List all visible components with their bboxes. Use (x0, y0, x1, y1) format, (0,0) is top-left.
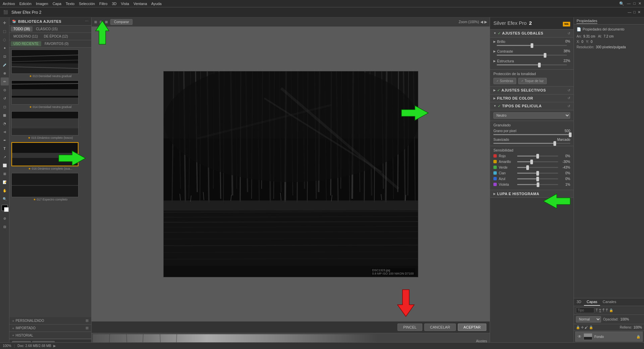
tab-todo[interactable]: TODO (38) (11, 26, 33, 32)
foreground-color[interactable] (2, 205, 8, 211)
thumb-item-5[interactable]: ★ 017 Espectro completo (11, 173, 89, 201)
menu-imagen[interactable]: Imagen (36, 2, 48, 6)
shape-tool[interactable]: ⬜ (1, 161, 9, 169)
menu-filtro[interactable]: Filtro (99, 2, 107, 6)
tab-capas[interactable]: Capas (584, 298, 600, 306)
quick-mask-btn[interactable]: ⊘ (1, 214, 9, 222)
history-tool[interactable]: ↺ (1, 94, 9, 102)
window-maximize-btn[interactable]: □ (633, 1, 636, 6)
aceptar-button[interactable]: ACEPTAR (458, 324, 486, 331)
canvas-icon1[interactable]: ⊞ (94, 20, 97, 24)
magic-wand-tool[interactable]: ✦ (1, 44, 9, 52)
estructura-arrow[interactable]: ▶ (493, 59, 496, 63)
propiedades-tab[interactable]: Propiedades (577, 19, 597, 24)
path-tool[interactable]: ↗ (1, 153, 9, 161)
lock-all-icon[interactable]: 🔒 (589, 326, 593, 329)
reset-filtro[interactable]: ↺ (568, 96, 570, 100)
toque-luz-btn[interactable]: ✓ Toque de luz (518, 78, 547, 84)
eraser-tool[interactable]: ◻ (1, 103, 9, 111)
section-tipos-pelicula[interactable]: ▼ ✓ TIPOS DE PELICULA ↺ (490, 102, 574, 110)
pincel-button[interactable]: PINCEL (397, 324, 422, 331)
tab-uso-reciente[interactable]: USO RECIENTE (11, 41, 41, 46)
text-tool[interactable]: T (1, 144, 9, 153)
window-close-btn[interactable]: ✕ (638, 1, 641, 6)
menu-arquivo[interactable]: Archivo (3, 2, 15, 6)
thumb-item-3[interactable]: ★ 015 Dinámico completo (tosco) (11, 111, 89, 139)
eyedropper-tool[interactable]: 💉 (1, 61, 9, 69)
brush-tool[interactable]: ✏ (1, 77, 9, 85)
cancelar-button[interactable]: CANCELAR (424, 324, 456, 331)
library-options-icon[interactable]: ⋯ (85, 19, 89, 23)
personalizado-bar[interactable]: + PERSONALIZADO ⊞ (9, 317, 91, 325)
gradient-tool[interactable]: ▦ (1, 111, 9, 119)
menu-edicion[interactable]: Edición (19, 2, 32, 6)
reset-selectivos[interactable]: ↺ (568, 89, 570, 92)
historial-bar[interactable]: + HISTORIAL (9, 332, 91, 339)
dodge-tool[interactable]: ⊲ (1, 128, 9, 136)
menu-ayuda[interactable]: Ayuda (151, 2, 162, 6)
hand-tool[interactable]: ✋ (1, 186, 9, 194)
menu-texto[interactable]: Texto (66, 2, 74, 6)
zoom-right-icon[interactable]: ▶ (484, 20, 487, 24)
move-tool[interactable]: ✛ (1, 19, 9, 27)
importado-bar[interactable]: + IMPORTADO ⊞ (9, 325, 91, 332)
contraste-arrow[interactable]: ▶ (493, 50, 496, 53)
efex-close-btn[interactable]: ✕ (638, 10, 641, 14)
healing-tool[interactable]: ⊕ (1, 69, 9, 77)
layer-search-input[interactable] (576, 307, 594, 313)
personalizado-expand[interactable]: ⊞ (86, 318, 89, 323)
crop-tool[interactable]: ⊡ (1, 52, 9, 60)
lock-layer-icon[interactable]: 🔒 (576, 326, 580, 329)
layer-tool-icon2[interactable]: T̲ (599, 308, 601, 312)
layer-tool-icon3[interactable]: T̄ (602, 308, 604, 312)
brillo-arrow[interactable]: ▶ (493, 40, 496, 43)
tab-clasico[interactable]: CLÁSICO (15) (33, 26, 60, 32)
lock-pos-icon[interactable]: ✛ (581, 326, 584, 329)
layer-visible-icon[interactable]: 👁 (578, 334, 582, 339)
transform-tool[interactable]: ⊞ (1, 170, 9, 178)
lasso-tool[interactable]: ◌ (1, 36, 9, 44)
menu-3d[interactable]: 3D (112, 2, 116, 6)
efex-maximize-btn[interactable]: □ (633, 10, 636, 14)
tab-favoritos[interactable]: FAVORITOS (0) (42, 41, 71, 46)
search-icon[interactable]: 🔍 (619, 1, 624, 6)
importado-expand[interactable]: ⊞ (86, 326, 89, 330)
sombras-btn[interactable]: ✓ Sombras (493, 78, 516, 84)
stamp-tool[interactable]: ⊙ (1, 86, 9, 94)
menu-capa[interactable]: Capa (53, 2, 61, 6)
tab-depoca[interactable]: DE ÉPOCA (12) (41, 34, 71, 39)
zoom-tool[interactable]: 🔍 (1, 195, 9, 203)
layer-tool-icon4[interactable]: T̈ (606, 308, 608, 312)
layer-name[interactable]: Fondo (594, 335, 634, 339)
menu-vista[interactable]: Vista (121, 2, 129, 6)
menu-seleccion[interactable]: Selección (79, 2, 95, 6)
lock-art-icon[interactable]: 🖌 (585, 326, 588, 329)
section-ajustes-globales[interactable]: ▼ ✓ AJUSTES GLOBALES ↺ (490, 30, 574, 38)
menu-ventana[interactable]: Ventana (133, 2, 147, 6)
status-arrow[interactable]: ▶ (53, 344, 56, 348)
tab-canales[interactable]: Canales (600, 298, 619, 306)
thumb-item-4[interactable]: ★ 016 Dinámico completo (sua... (11, 142, 89, 170)
layer-tool-icon1[interactable]: T (596, 308, 598, 312)
efex-minimize-btn[interactable]: — (628, 10, 631, 14)
section-lupa[interactable]: ▶ LUPA E HISTOGRAMA (490, 190, 574, 198)
thumb-item-1[interactable]: ★ 013 Densidad neutra gradual (11, 50, 89, 78)
thumb-item-2[interactable]: ★ 014 Densidad neutra gradual (11, 80, 89, 109)
blur-tool[interactable]: ◔ (1, 119, 9, 127)
compare-button[interactable]: Comparar (110, 19, 132, 25)
window-minimize-btn[interactable]: — (627, 1, 631, 6)
section-filtro-color[interactable]: ▶ FILTRO DE COLOR ↺ (490, 95, 574, 102)
zoom-left-icon[interactable]: ◀ (480, 20, 483, 24)
blend-mode-select[interactable]: Normal (576, 316, 601, 323)
pen-tool[interactable]: ✒ (1, 136, 9, 144)
screen-mode-btn[interactable]: ⊟ (1, 223, 9, 231)
tab-3d[interactable]: 3D (574, 298, 584, 306)
select-tool[interactable]: ⬚ (1, 27, 9, 35)
canvas-icon2[interactable]: ⊟ (100, 20, 102, 24)
reset-pelicula[interactable]: ↺ (568, 104, 570, 108)
film-type-select[interactable]: Neutro Antiguo Frío (493, 112, 570, 119)
section-ajustes-selectivos[interactable]: ▶ ✓ AJUSTES SELECTIVOS ↺ (490, 86, 574, 95)
notes-tool[interactable]: 📝 (1, 178, 9, 186)
canvas-icon3[interactable]: ⊠ (105, 20, 108, 24)
tab-moderno[interactable]: MODERNO (11) (11, 34, 41, 39)
